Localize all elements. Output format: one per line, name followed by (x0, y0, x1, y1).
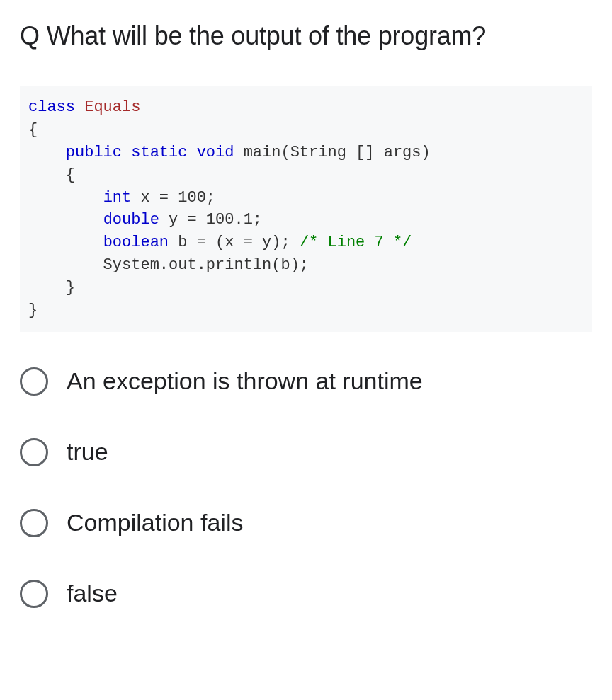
code-inner-brace-close: } (28, 279, 75, 297)
radio-icon (20, 509, 48, 537)
code-comment: /* Line 7 */ (300, 234, 412, 251)
code-line6-rest: y = 100.1; (159, 211, 262, 229)
option-label: An exception is thrown at runtime (67, 367, 423, 395)
option-label: false (67, 580, 118, 607)
code-main-sig: main(String [] args) (244, 144, 431, 161)
code-classname: Equals (84, 98, 140, 116)
options-list: An exception is thrown at runtime true C… (20, 367, 592, 608)
code-println: System.out.println(b); (28, 256, 309, 274)
code-type-double: double (103, 211, 159, 229)
code-line7-rest: b = (x = y); (169, 234, 300, 251)
option-false[interactable]: false (20, 580, 592, 608)
code-modifiers: public static void (66, 144, 234, 161)
code-block: class Equals { public static void main(S… (20, 86, 592, 332)
question-title: Q What will be the output of the program… (20, 21, 592, 51)
option-label: true (67, 438, 108, 466)
option-exception[interactable]: An exception is thrown at runtime (20, 367, 592, 396)
code-type-int: int (103, 189, 132, 207)
code-type-boolean: boolean (103, 234, 169, 251)
code-line5-rest: x = 100; (131, 189, 215, 207)
question-prefix: Q (20, 21, 40, 50)
option-compilation-fails[interactable]: Compilation fails (20, 509, 592, 537)
code-brace-open: { (28, 121, 38, 139)
code-brace-close: } (28, 302, 38, 319)
radio-icon (20, 367, 48, 396)
radio-icon (20, 580, 48, 608)
option-true[interactable]: true (20, 438, 592, 466)
question-text: What will be the output of the program? (47, 21, 487, 50)
code-inner-brace-open: { (28, 166, 75, 184)
code-keyword-class: class (28, 98, 75, 116)
option-label: Compilation fails (67, 509, 243, 537)
radio-icon (20, 438, 48, 466)
